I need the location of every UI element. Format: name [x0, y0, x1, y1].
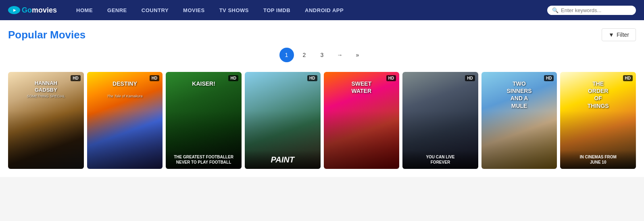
search-bar: 🔍 — [547, 6, 636, 15]
hd-badge: HD — [623, 75, 633, 81]
nav-link-genre[interactable]: GENRE — [100, 0, 134, 20]
search-input[interactable] — [561, 7, 631, 13]
filter-icon: ▼ — [609, 32, 614, 38]
hd-badge: HD — [544, 75, 554, 81]
movies-grid: HANNAH GADSBYSOMETHING SPECIALHDDESTINYT… — [8, 72, 636, 173]
hd-badge: HD — [71, 75, 80, 81]
nav-link-country[interactable]: COUNTRY — [134, 0, 176, 20]
filter-label: Filter — [617, 32, 629, 38]
movie-card-two-sinners[interactable]: TWO SINNERS AND A MULEHD — [481, 72, 557, 169]
movie-subtitle-overlay: SOMETHING SPECIAL — [8, 94, 84, 98]
movie-bottom-text: Paint — [245, 150, 321, 169]
hd-badge: HD — [150, 75, 159, 81]
movie-card-paint[interactable]: PaintHD — [245, 72, 321, 169]
movie-subtitle-overlay: The Tale of Kamakura — [87, 94, 163, 98]
page-title: Popular Movies — [8, 29, 85, 41]
page-btn-2[interactable]: 2 — [297, 48, 312, 62]
nav-link-home[interactable]: HOME — [69, 0, 100, 20]
movie-bottom-text: IN CINEMAS FROM JUNE 10 — [560, 150, 636, 169]
page-btn-→[interactable]: → — [333, 48, 347, 62]
movie-bottom-text: THE GREATEST FOOTBALLER NEVER TO PLAY FO… — [166, 150, 242, 169]
navbar: Gomovies HOMEGENRECOUNTRYMOVIESTV SHOWST… — [0, 0, 644, 20]
filter-button[interactable]: ▼ Filter — [602, 28, 636, 41]
nav-link-android-app[interactable]: ANDROID APP — [298, 0, 351, 20]
pagination: 123→» — [8, 48, 636, 62]
movie-card-destiny[interactable]: DESTINYThe Tale of KamakuraHD — [87, 72, 163, 169]
logo-text: Gomovies — [22, 6, 57, 15]
movie-card-kaiser[interactable]: KAISER!THE GREATEST FOOTBALLER NEVER TO … — [166, 72, 242, 169]
main-content: Popular Movies ▼ Filter 123→» HANNAH GAD… — [0, 20, 644, 177]
hd-badge: HD — [307, 75, 317, 81]
nav-link-top-imdb[interactable]: TOP IMDB — [256, 0, 298, 20]
movie-card-hannah-gadsby[interactable]: HANNAH GADSBYSOMETHING SPECIALHD — [8, 72, 84, 169]
movie-card-order-of-things[interactable]: THE ORDER OF THINGSIN CINEMAS FROM JUNE … — [560, 72, 636, 169]
page-btn-»[interactable]: » — [350, 48, 365, 62]
page-btn-3[interactable]: 3 — [315, 48, 329, 62]
movie-title-overlay: THE ORDER OF THINGS — [560, 80, 636, 109]
hd-badge: HD — [228, 75, 238, 81]
hd-badge: HD — [465, 75, 475, 81]
logo[interactable]: Gomovies — [8, 6, 57, 15]
nav-link-movies[interactable]: MOVIES — [176, 0, 212, 20]
hd-badge: HD — [386, 75, 396, 81]
movie-card-sweetwater[interactable]: SWEET WATERHD — [324, 72, 400, 169]
movie-title-overlay: HANNAH GADSBY — [8, 80, 84, 94]
movie-card-you-can-live-forever[interactable]: YOU CAN LIVE FOREVERHD — [402, 72, 478, 169]
page-header: Popular Movies ▼ Filter — [8, 28, 636, 41]
movie-bottom-text: YOU CAN LIVE FOREVER — [402, 150, 478, 169]
nav-link-tv-shows[interactable]: TV SHOWS — [212, 0, 256, 20]
movie-title-overlay: TWO SINNERS AND A MULE — [481, 80, 557, 109]
search-icon: 🔍 — [552, 7, 559, 13]
logo-icon — [8, 6, 20, 14]
page-btn-1[interactable]: 1 — [279, 48, 294, 62]
nav-links: HOMEGENRECOUNTRYMOVIESTV SHOWSTOP IMDBAN… — [69, 0, 547, 20]
movie-title-overlay: SWEET WATER — [324, 80, 400, 95]
